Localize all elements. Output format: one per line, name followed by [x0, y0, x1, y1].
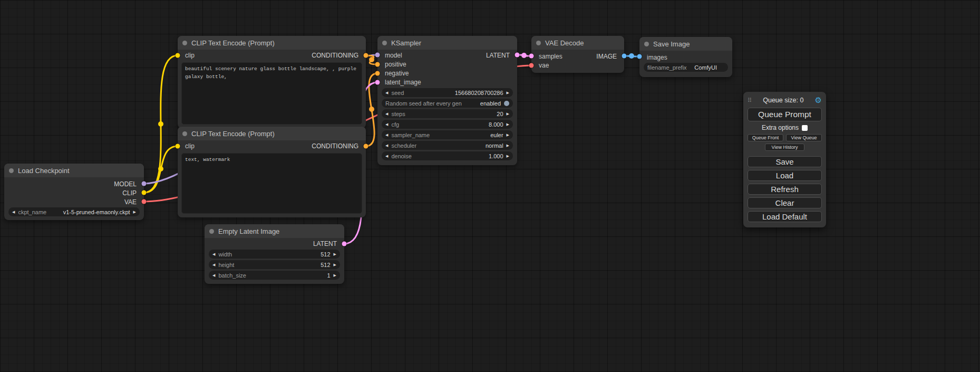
widget-height[interactable]: ◀ height 512 ▶ — [209, 260, 340, 269]
increment-arrow-icon[interactable]: ▶ — [507, 154, 509, 158]
port-input-negative[interactable] — [375, 71, 380, 76]
port-output-image[interactable] — [622, 54, 627, 59]
slot-row: LATENT — [205, 239, 344, 248]
input-label-vae: vae — [539, 62, 549, 69]
increment-arrow-icon[interactable]: ▶ — [507, 133, 509, 137]
widget-random-seed-toggle[interactable]: Random seed after every gen enabled — [382, 99, 513, 108]
slot-row: clip CONDITIONING — [178, 51, 366, 60]
node-titlebar[interactable]: Save Image — [639, 37, 732, 51]
node-title: Save Image — [653, 40, 690, 48]
decrement-arrow-icon[interactable]: ◀ — [212, 252, 215, 256]
port-input-positive[interactable] — [375, 62, 380, 67]
collapse-dot-icon[interactable] — [182, 41, 187, 45]
widget-scheduler[interactable]: ◀ scheduler normal ▶ — [382, 141, 513, 150]
queue-controls-row: Queue Front View Queue — [748, 134, 822, 141]
port-output-conditioning[interactable] — [364, 144, 368, 149]
decrement-arrow-icon[interactable]: ◀ — [212, 273, 215, 277]
port-input-clip[interactable] — [176, 53, 180, 58]
drag-handle-icon[interactable]: ⠿ — [748, 97, 752, 104]
port-output-vae[interactable] — [142, 199, 147, 204]
decrement-arrow-icon[interactable]: ◀ — [385, 91, 388, 94]
port-input-vae[interactable] — [529, 63, 534, 68]
load-button[interactable]: Load — [748, 170, 822, 181]
output-label-model: MODEL — [114, 180, 137, 188]
save-button[interactable]: Save — [748, 156, 822, 167]
increment-arrow-icon[interactable]: ▶ — [334, 252, 336, 256]
decrement-arrow-icon[interactable]: ◀ — [385, 133, 388, 137]
link-midpoint-dot — [158, 121, 163, 127]
widget-label: denoise — [391, 153, 412, 159]
slot-row: clip CONDITIONING — [178, 141, 366, 150]
refresh-button[interactable]: Refresh — [748, 184, 822, 195]
increment-arrow-icon[interactable]: ▶ — [507, 112, 509, 116]
port-output-clip[interactable] — [142, 190, 147, 195]
node-empty-latent-image[interactable]: Empty Latent Image LATENT ◀ width 512 ▶ … — [205, 224, 344, 284]
collapse-dot-icon[interactable] — [209, 229, 214, 234]
port-input-clip[interactable] — [176, 144, 180, 149]
queue-front-button[interactable]: Queue Front — [748, 134, 783, 141]
node-titlebar[interactable]: Load Checkpoint — [4, 164, 144, 177]
collapse-dot-icon[interactable] — [182, 131, 187, 136]
node-clip-text-encode-negative[interactable]: CLIP Text Encode (Prompt) clip CONDITION… — [178, 127, 366, 217]
node-titlebar[interactable]: CLIP Text Encode (Prompt) — [178, 36, 366, 50]
increment-arrow-icon[interactable]: ▶ — [507, 122, 509, 126]
widget-batch-size[interactable]: ◀ batch_size 1 ▶ — [209, 271, 340, 280]
view-queue-button[interactable]: View Queue — [786, 134, 822, 141]
widget-value: normal — [486, 142, 503, 149]
port-input-latent-image[interactable] — [375, 80, 380, 85]
node-save-image[interactable]: Save Image images filename_prefix ComfyU… — [639, 37, 732, 77]
node-titlebar[interactable]: CLIP Text Encode (Prompt) — [178, 127, 366, 140]
collapse-dot-icon[interactable] — [644, 42, 649, 46]
widget-width[interactable]: ◀ width 512 ▶ — [209, 250, 340, 259]
extra-options-checkbox[interactable] — [802, 125, 808, 131]
decrement-arrow-icon[interactable]: ◀ — [385, 122, 388, 126]
widget-label: height — [218, 262, 234, 268]
positive-prompt-textarea[interactable]: beautiful scenery nature glass bottle la… — [181, 62, 362, 125]
node-titlebar[interactable]: Empty Latent Image — [205, 224, 344, 238]
collapse-dot-icon[interactable] — [9, 168, 14, 173]
port-output-latent[interactable] — [515, 53, 520, 58]
node-clip-text-encode-positive[interactable]: CLIP Text Encode (Prompt) clip CONDITION… — [178, 36, 366, 128]
decrement-arrow-icon[interactable]: ◀ — [385, 144, 388, 147]
decrement-arrow-icon[interactable]: ◀ — [385, 112, 388, 116]
node-titlebar[interactable]: VAE Decode — [531, 36, 624, 50]
view-history-button[interactable]: View History — [765, 144, 805, 151]
settings-gear-icon[interactable]: ⚙ — [815, 96, 822, 105]
clear-button[interactable]: Clear — [748, 197, 822, 208]
increment-arrow-icon[interactable]: ▶ — [334, 263, 336, 266]
toggle-dot-icon[interactable] — [504, 101, 509, 106]
graph-canvas[interactable]: { "canvas": {"background": "#1d1d1d"}, "… — [0, 0, 980, 372]
increment-arrow-icon[interactable]: ▶ — [507, 91, 509, 94]
port-input-samples[interactable] — [529, 54, 534, 59]
increment-arrow-icon[interactable]: ▶ — [507, 144, 509, 147]
collapse-dot-icon[interactable] — [382, 41, 387, 45]
decrement-arrow-icon[interactable]: ◀ — [385, 154, 388, 158]
node-ksampler[interactable]: KSampler model LATENT positive negative … — [377, 36, 517, 165]
slot-row: CLIP — [4, 188, 144, 197]
widget-ckpt-name[interactable]: ◀ ckpt_name v1-5-pruned-emaonly.ckpt ▶ — [8, 207, 140, 216]
collapse-dot-icon[interactable] — [536, 41, 541, 45]
widget-sampler-name[interactable]: ◀ sampler_name euler ▶ — [382, 130, 513, 139]
widget-filename-prefix[interactable]: filename_prefix ComfyUI — [644, 63, 728, 72]
widget-cfg[interactable]: ◀ cfg 8.000 ▶ — [382, 120, 513, 129]
widget-label: width — [218, 251, 232, 257]
increment-arrow-icon[interactable]: ▶ — [334, 273, 336, 277]
port-output-model[interactable] — [142, 182, 147, 186]
extra-options-label: Extra options — [762, 124, 799, 131]
widget-steps[interactable]: ◀ steps 20 ▶ — [382, 109, 513, 118]
increment-arrow-icon[interactable]: ▶ — [133, 210, 136, 214]
queue-prompt-button[interactable]: Queue Prompt — [748, 108, 822, 121]
port-input-images[interactable] — [637, 54, 642, 59]
widget-seed[interactable]: ◀ seed 156680208700286 ▶ — [382, 88, 513, 97]
node-titlebar[interactable]: KSampler — [377, 36, 517, 50]
port-output-latent[interactable] — [342, 242, 347, 246]
node-vae-decode[interactable]: VAE Decode samples IMAGE vae — [531, 36, 624, 73]
load-default-button[interactable]: Load Default — [748, 211, 822, 222]
port-output-conditioning[interactable] — [364, 53, 368, 58]
widget-denoise[interactable]: ◀ denoise 1.000 ▶ — [382, 151, 513, 160]
node-load-checkpoint[interactable]: Load Checkpoint MODEL CLIP VAE ◀ ckpt_na… — [4, 164, 144, 220]
port-input-model[interactable] — [375, 53, 380, 58]
negative-prompt-textarea[interactable]: text, watermark — [181, 153, 362, 214]
decrement-arrow-icon[interactable]: ◀ — [212, 263, 215, 266]
decrement-arrow-icon[interactable]: ◀ — [12, 210, 15, 214]
